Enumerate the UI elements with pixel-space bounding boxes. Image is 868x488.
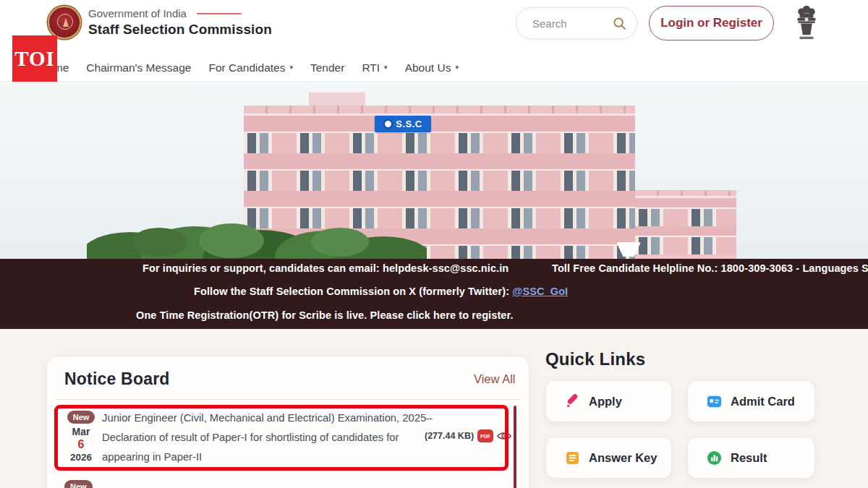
banner-otr-text: One Time Registration(OTR) for Scribe is… — [136, 309, 514, 322]
main-nav: Home Chairman's Message For Candidates ▾… — [0, 54, 868, 82]
quick-link-apply[interactable]: Apply — [545, 380, 672, 422]
building-right-wing — [635, 190, 736, 259]
nav-item-tender[interactable]: Tender — [310, 61, 344, 74]
chevron-down-icon: ▾ — [384, 64, 388, 71]
id-card-icon — [707, 394, 722, 409]
nav-item-about-us[interactable]: About Us ▾ — [405, 61, 459, 74]
quick-link-result[interactable]: Result — [687, 437, 815, 479]
search-icon[interactable] — [613, 17, 626, 30]
red-highlight-annotation — [54, 405, 509, 471]
quick-link-answer-key[interactable]: Answer Key — [545, 437, 672, 479]
ssc-seal-logo — [48, 6, 81, 39]
search-box[interactable] — [516, 7, 637, 39]
banner-email-text: For inquiries or support, candidates can… — [142, 262, 509, 275]
bar-chart-icon — [707, 450, 722, 466]
gov-label: Government of India — [88, 7, 187, 20]
notice-board-card: Notice Board View All New Mar 6 2026 Jun… — [46, 356, 529, 488]
banner-twitter-text: Follow the Staff Selection Commission on… — [194, 286, 568, 299]
notice-board-title: Notice Board — [64, 369, 170, 389]
building-penthouse — [309, 91, 365, 107]
site-header: Government of India Staff Selection Comm… — [0, 0, 868, 54]
divider — [56, 399, 520, 400]
login-register-button[interactable]: Login or Register — [649, 6, 774, 40]
nav-item-rti[interactable]: RTI ▾ — [362, 61, 387, 74]
info-banner: For inquiries or support, candidates can… — [0, 259, 868, 329]
quick-links-section: Quick Links Apply Admit — [545, 349, 820, 479]
new-badge: New — [64, 480, 93, 488]
ssc-twitter-link[interactable]: @SSC_GoI — [512, 286, 568, 297]
hero-building-image: S.S.C — [0, 82, 868, 259]
national-emblem-icon — [793, 4, 820, 40]
quick-link-admit-card[interactable]: Admit Card — [687, 380, 815, 422]
view-all-link[interactable]: View All — [474, 372, 515, 386]
search-input[interactable] — [532, 17, 613, 30]
ssc-building-sign: S.S.C — [375, 116, 431, 132]
org-name: Staff Selection Commission — [88, 22, 272, 38]
nav-item-chairmans-message[interactable]: Chairman's Message — [86, 61, 191, 74]
list-icon — [565, 450, 580, 466]
pen-icon — [565, 394, 580, 409]
content-area: Notice Board View All New Mar 6 2026 Jun… — [0, 329, 868, 488]
chevron-down-icon: ▾ — [289, 64, 293, 71]
trees — [87, 190, 427, 259]
gov-line-decor — [197, 13, 242, 14]
ssc-sign-logo-icon — [383, 119, 393, 129]
chevron-down-icon: ▾ — [455, 64, 459, 71]
page: Government of India Staff Selection Comm… — [0, 0, 868, 488]
toi-watermark: TOI — [12, 35, 57, 82]
brand: Government of India Staff Selection Comm… — [48, 6, 272, 39]
banner-helpline-text: Toll Free Candidate Helpline No.: 1800-3… — [552, 262, 868, 275]
quick-links-title: Quick Links — [545, 349, 820, 369]
nav-item-for-candidates[interactable]: For Candidates ▾ — [208, 61, 293, 74]
notice-scrollbar[interactable] — [514, 406, 516, 488]
